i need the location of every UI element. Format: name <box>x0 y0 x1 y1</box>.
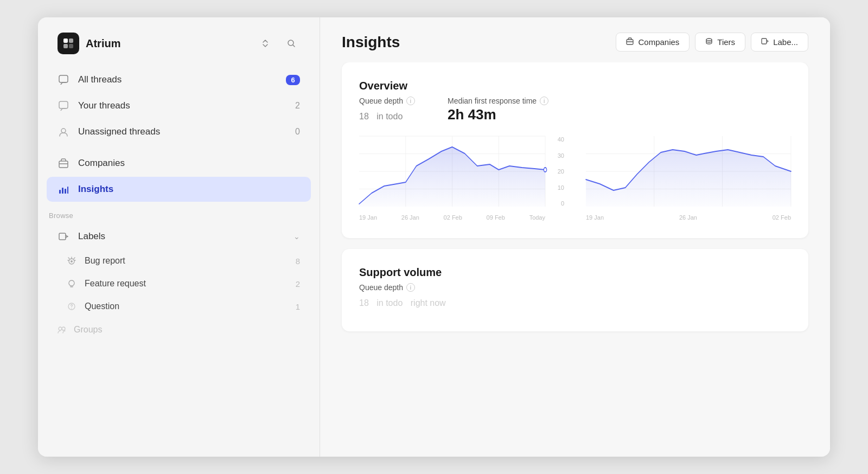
feature-request-count: 2 <box>296 279 300 289</box>
insights-icon <box>58 183 69 195</box>
support-volume-card: Support volume Queue depth i 18 in todo … <box>342 249 808 331</box>
support-queue-value: 18 in todo right now <box>359 293 446 310</box>
queue-depth-metric: Queue depth i 18 in todo <box>359 97 415 123</box>
x-label-19jan: 19 Jan <box>359 214 377 221</box>
cards-area: Overview Queue depth i 18 in todo <box>320 62 830 457</box>
svg-rect-1 <box>69 39 73 43</box>
chat-outline-icon <box>58 100 69 112</box>
svg-point-19 <box>59 327 62 330</box>
support-metrics: Queue depth i 18 in todo right now <box>359 283 791 310</box>
tiers-filter-button[interactable]: Tiers <box>695 33 745 52</box>
chart2-container: 19 Jan 26 Jan 02 Feb <box>586 136 791 221</box>
labels-filter-button[interactable]: Labe... <box>751 33 808 52</box>
chat-icon <box>58 74 69 86</box>
lightbulb-icon <box>66 278 77 289</box>
companies-filter-button[interactable]: Companies <box>616 33 690 52</box>
median-response-metric: Median first response time i 2h 43m <box>448 97 548 123</box>
svg-rect-24 <box>762 39 767 44</box>
x2-label-19jan: 19 Jan <box>586 214 604 221</box>
svg-rect-11 <box>62 188 63 194</box>
labels-item[interactable]: Labels ⌄ <box>47 224 311 249</box>
bug-report-label: Bug report <box>85 256 296 266</box>
support-queue-info-icon[interactable]: i <box>406 283 415 292</box>
svg-point-7 <box>61 129 66 133</box>
unassigned-threads-count: 0 <box>295 127 300 137</box>
svg-rect-14 <box>59 233 66 240</box>
labels-filter-label: Labe... <box>773 37 798 47</box>
svg-point-23 <box>706 39 712 41</box>
svg-rect-6 <box>59 101 68 108</box>
app-name: Atrium <box>86 37 120 50</box>
expand-icon[interactable] <box>257 35 274 52</box>
median-response-info-icon[interactable]: i <box>540 97 548 105</box>
y-label-40: 40 <box>548 136 564 143</box>
search-icon[interactable] <box>283 35 300 52</box>
chart1-svg <box>359 136 545 207</box>
svg-rect-5 <box>59 75 68 82</box>
question-count: 1 <box>296 302 300 311</box>
support-volume-title: Support volume <box>359 266 791 279</box>
nav-section-main: Companies Insights <box>38 151 320 203</box>
your-threads-label: Your threads <box>78 100 295 111</box>
y-label-30: 30 <box>548 152 564 159</box>
labels-btn-icon <box>761 37 769 47</box>
unassigned-threads-label: Unassigned threads <box>78 126 295 137</box>
svg-rect-10 <box>59 190 61 194</box>
support-queue-depth-metric: Queue depth i 18 in todo right now <box>359 283 446 310</box>
main-content: Insights Companies <box>320 17 830 457</box>
logo-area: Atrium <box>58 33 120 54</box>
svg-point-20 <box>62 327 65 330</box>
filter-buttons: Companies Tiers <box>616 33 808 52</box>
nav-item-all-threads[interactable]: All threads 6 <box>47 67 311 92</box>
groups-label: Groups <box>74 325 102 335</box>
app-logo <box>58 33 79 54</box>
x-label-02feb: 02 Feb <box>444 214 462 221</box>
groups-nav-item[interactable]: Groups <box>47 318 311 341</box>
svg-rect-13 <box>67 187 68 194</box>
app-window: Atrium <box>38 17 830 457</box>
y-label-10: 10 <box>548 184 564 191</box>
y-label-0: 0 <box>548 200 564 207</box>
tiers-filter-label: Tiers <box>717 37 735 47</box>
x-label-today: Today <box>529 214 545 221</box>
sub-item-feature-request[interactable]: Feature request 2 <box>53 273 311 294</box>
all-threads-badge: 6 <box>286 75 300 85</box>
queue-depth-label: Queue depth i <box>359 97 415 105</box>
x2-label-02feb: 02 Feb <box>773 214 791 221</box>
sub-item-question[interactable]: Question 1 <box>53 296 311 317</box>
header-icons <box>257 35 300 52</box>
svg-rect-2 <box>63 44 68 48</box>
chart1-container: 40 30 20 10 0 19 Jan 26 Jan 02 Feb 09 F <box>359 136 564 221</box>
sidebar: Atrium <box>38 17 320 457</box>
median-response-label: Median first response time i <box>448 97 548 105</box>
all-threads-label: All threads <box>78 74 286 85</box>
overview-metrics: Queue depth i 18 in todo Median first re… <box>359 97 791 123</box>
queue-depth-value: 18 in todo <box>359 106 415 123</box>
nav-item-companies[interactable]: Companies <box>47 151 311 176</box>
nav-section-browse: Labels ⌄ Bug report 8 <box>38 224 320 341</box>
svg-rect-8 <box>59 161 68 168</box>
chevron-down-icon: ⌄ <box>293 232 300 241</box>
x-label-26jan: 26 Jan <box>401 214 419 221</box>
sub-item-bug-report[interactable]: Bug report 8 <box>53 250 311 272</box>
x2-label-26jan: 26 Jan <box>679 214 697 221</box>
nav-item-your-threads[interactable]: Your threads 2 <box>47 93 311 118</box>
nav-section-threads: All threads 6 Your threads 2 <box>38 67 320 145</box>
nav-item-unassigned-threads[interactable]: Unassigned threads 0 <box>47 119 311 144</box>
bug-icon <box>66 255 77 266</box>
svg-point-16 <box>71 260 73 262</box>
your-threads-count: 2 <box>295 101 300 111</box>
companies-label: Companies <box>78 158 300 169</box>
svg-point-18 <box>71 308 72 309</box>
svg-rect-3 <box>69 44 73 48</box>
bug-report-count: 8 <box>296 257 300 266</box>
companies-icon <box>58 157 69 169</box>
queue-depth-info-icon[interactable]: i <box>406 97 415 105</box>
person-icon <box>58 126 69 138</box>
nav-item-insights[interactable]: Insights <box>47 177 311 202</box>
chart2-svg <box>586 136 791 207</box>
companies-filter-label: Companies <box>638 37 679 47</box>
overview-card: Overview Queue depth i 18 in todo <box>342 62 808 238</box>
support-queue-label: Queue depth i <box>359 283 446 292</box>
labels-icon <box>58 230 69 242</box>
